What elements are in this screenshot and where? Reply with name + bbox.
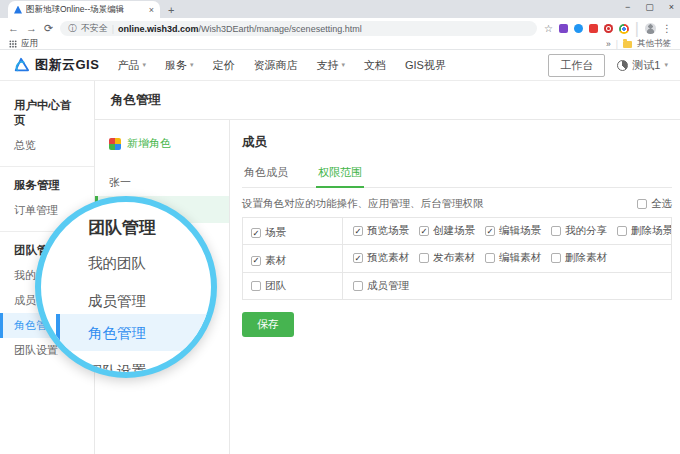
checkbox-material[interactable]: ✓ [251,256,261,266]
new-tab-button[interactable]: + [168,4,174,18]
checkbox[interactable] [637,199,647,209]
checkbox-edit-material[interactable] [485,253,495,263]
checkbox-my-share[interactable] [551,226,561,236]
permission-label: 发布素材 [433,251,475,265]
permission-team[interactable]: 团队 [251,279,286,293]
permission-list-cell: 成员管理 [343,273,671,299]
permission-my-share[interactable]: 我的分享 [551,222,607,240]
extension-icon[interactable] [559,24,568,33]
checkbox-delete-material[interactable] [551,253,561,263]
permission-label: 成员管理 [367,279,409,293]
magnifier-item-role-management[interactable]: 角色管理 [88,324,146,343]
permission-label: 预览场景 [367,224,409,238]
other-bookmarks-label[interactable]: 其他书签 [637,38,671,50]
apps-grid-icon[interactable] [9,40,17,48]
caret-down-icon: ▾ [341,61,345,69]
bookmark-star-icon[interactable]: ☆ [544,23,553,34]
caret-down-icon: ▾ [664,61,668,69]
url-text: online.wish3d.com/Wish3DEarth/manage/sce… [118,24,362,34]
checkbox-delete-scene[interactable] [617,226,627,236]
nav-item-support[interactable]: 支持▾ [316,58,345,73]
tab-permission-scope[interactable]: 权限范围 [316,160,364,188]
sidebar-group-title-user-center-home: 用户中心首页 [0,92,94,133]
nav-item-pricing[interactable]: 定价 [212,58,234,73]
nav-item-docs[interactable]: 文档 [364,58,386,73]
window-close-button[interactable]: × [669,2,674,12]
nav-item-gis-vision[interactable]: GIS视界 [405,58,446,73]
info-icon[interactable]: ⓘ [68,23,77,35]
minimize-button[interactable]: − [625,2,630,12]
permission-material[interactable]: ✓素材 [251,254,286,268]
checkbox-publish-material[interactable] [419,253,429,263]
user-menu[interactable]: 测试1 ▾ [617,58,668,73]
user-name: 测试1 [632,58,660,73]
permission-list-cell: ✓预览素材发布素材编辑素材删除素材 [343,245,671,271]
permission-delete-scene[interactable]: 删除场景 [617,222,671,240]
browser-tab[interactable]: 图新地球Online--场景编辑 × [8,1,160,18]
permission-label: 编辑素材 [499,251,541,265]
permission-preview-scene[interactable]: ✓预览场景 [353,222,409,240]
add-role-button[interactable]: 新增角色 [95,136,229,151]
nav-item-resource-store[interactable]: 资源商店 [253,58,297,73]
permission-label: 我的分享 [565,224,607,238]
member-heading: 成员 [242,134,672,151]
role-item-zhang-yi[interactable]: 张一 [95,169,229,196]
browser-titlebar: 图新地球Online--场景编辑 × + − ▢ × [0,0,680,18]
back-button[interactable]: ← [8,23,19,34]
reload-button[interactable]: ⟳ [44,23,53,34]
permission-preview-material[interactable]: ✓预览素材 [353,249,409,267]
bookmarks-overflow-icon[interactable]: » [606,39,611,49]
caret-down-icon: ▾ [142,61,146,69]
user-avatar-icon [617,60,628,71]
nav-item-label: 产品 [117,58,139,73]
bookmarks-bar: 应用 » | 其他书签 [0,39,680,50]
browser-menu-icon[interactable]: ⋮ [662,23,672,34]
extension-icon[interactable] [604,24,613,33]
profile-avatar-icon[interactable] [645,23,656,34]
workbench-button[interactable]: 工作台 [548,54,605,77]
extension-icon[interactable] [589,24,598,33]
maximize-button[interactable]: ▢ [645,2,654,12]
sidebar-group-title-service-management: 服务管理 [0,172,94,198]
tab-role-members[interactable]: 角色成员 [242,160,290,187]
select-all-label: 全选 [651,197,672,211]
permission-category-cell: 团队 [243,273,343,299]
chrome-extension-icon[interactable] [619,24,629,34]
nav-menu: 产品▾服务▾定价资源商店支持▾文档GIS视界 [117,58,446,73]
permission-scene[interactable]: ✓场景 [251,226,286,240]
permission-member-management[interactable]: 成员管理 [353,277,409,295]
nav-item-products[interactable]: 产品▾ [117,58,146,73]
checkbox-edit-scene[interactable]: ✓ [485,226,495,236]
member-panel: 成员 角色成员权限范围 设置角色对应的功能操作、应用管理、后台管理权限 全选 ✓… [230,120,680,454]
permission-label: 团队 [265,279,286,293]
apps-bookmark-label[interactable]: 应用 [21,38,38,50]
sidebar-item-overview[interactable]: 总览 [0,133,94,158]
checkbox-scene[interactable]: ✓ [251,228,261,238]
nav-right: 工作台 测试1 ▾ [548,54,668,77]
select-all-checkbox[interactable]: 全选 [637,197,672,211]
checkbox-team[interactable] [251,281,261,291]
permission-create-scene[interactable]: ✓创建场景 [419,222,475,240]
extension-icon[interactable] [574,24,583,33]
permission-publish-material[interactable]: 发布素材 [419,249,475,267]
permission-delete-material[interactable]: 删除素材 [551,249,607,267]
magnifier-item-my-team[interactable]: 我的团队 [88,254,146,273]
save-button[interactable]: 保存 [242,312,294,337]
checkbox-create-scene[interactable]: ✓ [419,226,429,236]
magnifier-callout: 团队管理 我的团队成员管理角色管理团队设置 [35,196,217,378]
permission-label: 删除场景 [631,224,671,238]
site-navbar: 图新云GIS 产品▾服务▾定价资源商店支持▾文档GIS视界 工作台 测试1 ▾ [0,50,680,81]
checkbox-preview-material[interactable]: ✓ [353,253,363,263]
address-bar[interactable]: ⓘ 不安全 | online.wish3d.com/Wish3DEarth/ma… [60,21,537,36]
site-logo[interactable]: 图新云GIS [12,56,99,74]
nav-item-services[interactable]: 服务▾ [165,58,194,73]
magnifier-item-member-management[interactable]: 成员管理 [88,292,146,311]
permission-label: 创建场景 [433,224,475,238]
permission-edit-scene[interactable]: ✓编辑场景 [485,222,541,240]
checkbox-member-management[interactable] [353,281,363,291]
folder-icon [623,41,632,48]
tab-close-icon[interactable]: × [149,5,154,15]
checkbox-preview-scene[interactable]: ✓ [353,226,363,236]
permission-edit-material[interactable]: 编辑素材 [485,249,541,267]
forward-button[interactable]: → [26,23,37,34]
